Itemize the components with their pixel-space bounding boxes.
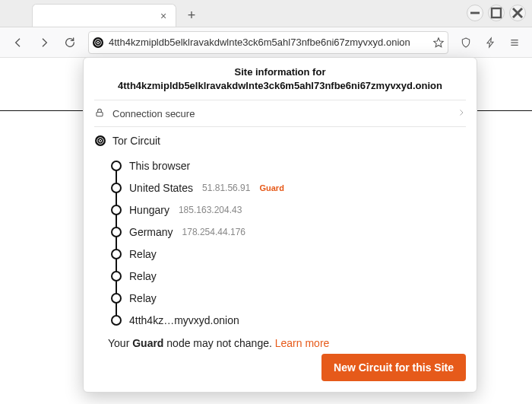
forward-button[interactable] [32,31,56,54]
connection-secure-label: Connection secure [112,108,195,119]
close-tab-icon[interactable]: × [157,10,169,22]
new-tab-button[interactable]: + [181,5,202,26]
bookmark-star-icon[interactable] [432,37,445,49]
svg-rect-11 [97,112,103,116]
circuit-hop: 4tth4kz…myvxyd.onion [111,309,466,331]
new-circuit-button[interactable]: New Circuit for this Site [321,354,466,381]
circuit-header: Tor Circuit [94,127,466,150]
svg-point-12 [95,135,106,146]
circuit-hop: United States51.81.56.91Guard [111,177,466,199]
browser-toolbar: 4tth4kzmipldb5elklravakdwlnte3ck6m5ahl73… [0,27,532,58]
lock-icon [94,107,105,120]
hop-label: United States [129,182,193,194]
hop-ip: 178.254.44.176 [182,227,245,237]
hop-ip: 185.163.204.43 [179,205,242,215]
circuit-hop: Hungary185.163.204.43 [111,199,466,221]
guard-note-pre: Your [108,337,132,349]
chevron-right-icon [457,108,466,119]
hop-ip: 51.81.56.91 [202,183,250,193]
popup-title-line2: 4tth4kzmipldb5elklravakdwlnte3ck6m5ahl73… [118,80,442,91]
tor-onion-icon[interactable] [92,37,104,49]
popup-title: Site information for 4tth4kzmipldb5elklr… [94,65,466,100]
connection-secure-row[interactable]: Connection secure [94,100,466,127]
circuit-hop: Relay [111,287,466,309]
window-close-button[interactable] [509,5,526,21]
menu-button[interactable] [503,31,526,54]
guard-note-word: Guard [132,337,163,349]
tor-onion-icon [94,135,106,147]
svg-rect-1 [492,8,501,17]
url-bar[interactable]: 4tth4kzmipldb5elklravakdwlnte3ck6m5ahl73… [88,31,448,54]
learn-more-link[interactable]: Learn more [275,337,330,349]
window-titlebar: × + [0,0,532,27]
hop-label: Relay [129,292,157,304]
shield-icon[interactable] [454,31,477,54]
security-level-icon[interactable] [479,31,502,54]
hop-guard-tag: Guard [259,183,283,192]
svg-point-4 [93,37,103,48]
guard-note: Your Guard node may not change. Learn mo… [108,337,466,349]
circuit-hop: Relay [111,265,466,287]
back-button[interactable] [6,31,30,54]
site-info-popup: Site information for 4tth4kzmipldb5elklr… [83,57,477,393]
circuit-hop: This browser [111,154,466,177]
reload-button[interactable] [58,31,82,54]
window-minimize-button[interactable] [467,5,483,21]
guard-note-post: node may not change. [163,337,274,349]
circuit-header-label: Tor Circuit [112,135,160,147]
browser-tab[interactable]: × [32,4,176,27]
circuit-hop: Germany178.254.44.176 [111,221,466,243]
url-text[interactable]: 4tth4kzmipldb5elklravakdwlnte3ck6m5ahl73… [109,37,428,48]
hop-label: 4tth4kz…myvxyd.onion [129,314,239,326]
hop-label: Relay [129,248,157,260]
popup-title-line1: Site information for [235,66,326,78]
circuit-list: This browserUnited States51.81.56.91Guar… [111,154,466,331]
svg-marker-7 [434,37,443,46]
hop-label: Hungary [129,204,169,216]
circuit-hop: Relay [111,243,466,265]
hop-label: Germany [129,226,173,238]
hop-label: This browser [129,160,190,172]
window-maximize-button[interactable] [488,5,505,21]
hop-label: Relay [129,270,157,282]
